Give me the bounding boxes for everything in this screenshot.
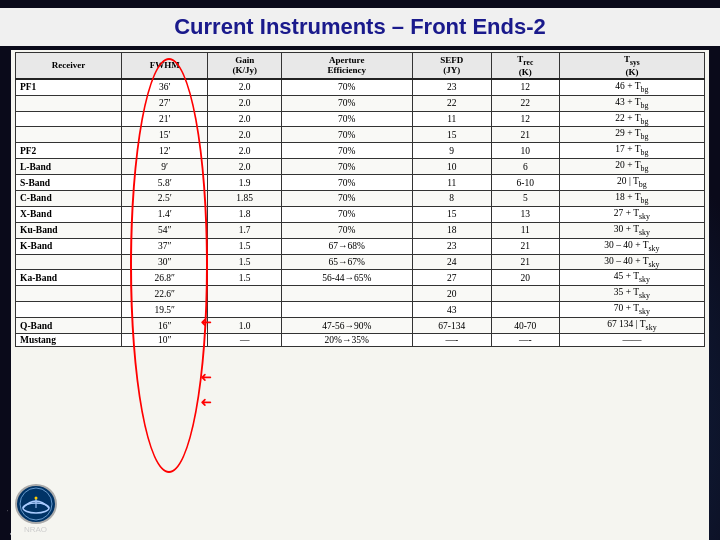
cell-eff-16: 20%→35%: [281, 334, 412, 347]
table-row: PF212′2.070%91017 + Tbg: [16, 143, 705, 159]
col-trec: Trec(K): [491, 53, 559, 79]
cell-gain-4: 2.0: [208, 143, 281, 159]
cell-eff-11: 65→67%: [281, 254, 412, 270]
cell-receiver-3: [16, 127, 122, 143]
cell-sefd-14: 43: [412, 302, 491, 318]
cell-gain-11: 1.5: [208, 254, 281, 270]
cell-fwhm-14: 19.5″: [122, 302, 208, 318]
cell-trec-16: —-: [491, 334, 559, 347]
col-sefd: SEFD(JY): [412, 53, 491, 79]
cell-trec-6: 6-10: [491, 175, 559, 191]
cell-trec-11: 21: [491, 254, 559, 270]
cell-fwhm-2: 21′: [122, 111, 208, 127]
cell-tsys-16: ——: [559, 334, 704, 347]
cell-fwhm-7: 2.5′: [122, 191, 208, 207]
cell-sefd-9: 18: [412, 222, 491, 238]
cell-tsys-12: 45 + Tsky: [559, 270, 704, 286]
table-row: S-Band5.8′1.970%116-1020 | Tbg: [16, 175, 705, 191]
cell-sefd-0: 23: [412, 79, 491, 95]
cell-fwhm-11: 30″: [122, 254, 208, 270]
cell-tsys-2: 22 + Tbg: [559, 111, 704, 127]
cell-fwhm-10: 37″: [122, 238, 208, 254]
cell-trec-13: [491, 286, 559, 302]
cell-receiver-13: [16, 286, 122, 302]
cell-trec-8: 13: [491, 206, 559, 222]
nrao-label: NRAO: [24, 525, 47, 534]
cell-fwhm-5: 9′: [122, 159, 208, 175]
cell-gain-0: 2.0: [208, 79, 281, 95]
table-row: Mustang10″—20%→35%—-—-——: [16, 334, 705, 347]
cell-fwhm-13: 22.6″: [122, 286, 208, 302]
cell-fwhm-6: 5.8′: [122, 175, 208, 191]
cell-receiver-15: Q-Band: [16, 318, 122, 334]
cell-sefd-7: 8: [412, 191, 491, 207]
table-row: X-Band1.4′1.870%151327 + Tsky: [16, 206, 705, 222]
cell-sefd-6: 11: [412, 175, 491, 191]
table-row: 21′2.070%111222 + Tbg: [16, 111, 705, 127]
table-row: 22.6″2035 + Tsky: [16, 286, 705, 302]
cell-eff-7: 70%: [281, 191, 412, 207]
table-row: 15′2.070%152129 + Tbg: [16, 127, 705, 143]
col-aperture: ApertureEfficiency: [281, 53, 412, 79]
cell-receiver-12: Ka-Band: [16, 270, 122, 286]
cell-tsys-15: 67 134 | Tsky: [559, 318, 704, 334]
cell-tsys-5: 20 + Tbg: [559, 159, 704, 175]
table-row: PF136′2.070%231246 + Tbg: [16, 79, 705, 95]
cell-receiver-2: [16, 111, 122, 127]
cell-receiver-7: C-Band: [16, 191, 122, 207]
cell-tsys-13: 35 + Tsky: [559, 286, 704, 302]
table-wrapper: Receiver FWHM Gain(K/Jy) ApertureEfficie…: [11, 50, 709, 540]
cell-trec-1: 22: [491, 95, 559, 111]
cell-eff-13: [281, 286, 412, 302]
table-row: Ka-Band26.8″1.556-44→65%272045 + Tsky: [16, 270, 705, 286]
cell-sefd-4: 9: [412, 143, 491, 159]
cell-sefd-2: 11: [412, 111, 491, 127]
cell-eff-15: 47-56→90%: [281, 318, 412, 334]
cell-trec-15: 40-70: [491, 318, 559, 334]
cell-tsys-9: 30 + Tsky: [559, 222, 704, 238]
cell-gain-12: 1.5: [208, 270, 281, 286]
nrao-logo: NRAO: [8, 484, 63, 534]
nrao-logo-circle: [15, 484, 57, 524]
cell-receiver-5: L-Band: [16, 159, 122, 175]
cell-sefd-1: 22: [412, 95, 491, 111]
cell-receiver-1: [16, 95, 122, 111]
cell-trec-10: 21: [491, 238, 559, 254]
col-gain: Gain(K/Jy): [208, 53, 281, 79]
cell-sefd-13: 20: [412, 286, 491, 302]
cell-trec-12: 20: [491, 270, 559, 286]
cell-sefd-10: 23: [412, 238, 491, 254]
cell-tsys-7: 18 + Tbg: [559, 191, 704, 207]
table-row: 27′2.070%222243 + Tbg: [16, 95, 705, 111]
cell-sefd-3: 15: [412, 127, 491, 143]
cell-eff-4: 70%: [281, 143, 412, 159]
cell-fwhm-12: 26.8″: [122, 270, 208, 286]
cell-eff-6: 70%: [281, 175, 412, 191]
cell-receiver-10: K-Band: [16, 238, 122, 254]
cell-gain-10: 1.5: [208, 238, 281, 254]
cell-eff-5: 70%: [281, 159, 412, 175]
cell-gain-16: —: [208, 334, 281, 347]
cell-receiver-16: Mustang: [16, 334, 122, 347]
col-fwhm: FWHM: [122, 53, 208, 79]
cell-eff-3: 70%: [281, 127, 412, 143]
table-row: 30″1.565→67%242130 – 40 + Tsky: [16, 254, 705, 270]
cell-tsys-6: 20 | Tbg: [559, 175, 704, 191]
cell-sefd-8: 15: [412, 206, 491, 222]
slide-container: Current Instruments – Front Ends-2 Recei…: [0, 0, 720, 540]
col-receiver: Receiver: [16, 53, 122, 79]
cell-receiver-14: [16, 302, 122, 318]
cell-fwhm-8: 1.4′: [122, 206, 208, 222]
cell-trec-14: [491, 302, 559, 318]
cell-fwhm-0: 36′: [122, 79, 208, 95]
cell-trec-5: 6: [491, 159, 559, 175]
table-row: L-Band9′2.070%10620 + Tbg: [16, 159, 705, 175]
cell-trec-0: 12: [491, 79, 559, 95]
cell-tsys-0: 46 + Tbg: [559, 79, 704, 95]
cell-eff-12: 56-44→65%: [281, 270, 412, 286]
cell-gain-6: 1.9: [208, 175, 281, 191]
cell-sefd-11: 24: [412, 254, 491, 270]
table-row: 19.5″4370 + Tsky: [16, 302, 705, 318]
cell-receiver-6: S-Band: [16, 175, 122, 191]
cell-gain-5: 2.0: [208, 159, 281, 175]
